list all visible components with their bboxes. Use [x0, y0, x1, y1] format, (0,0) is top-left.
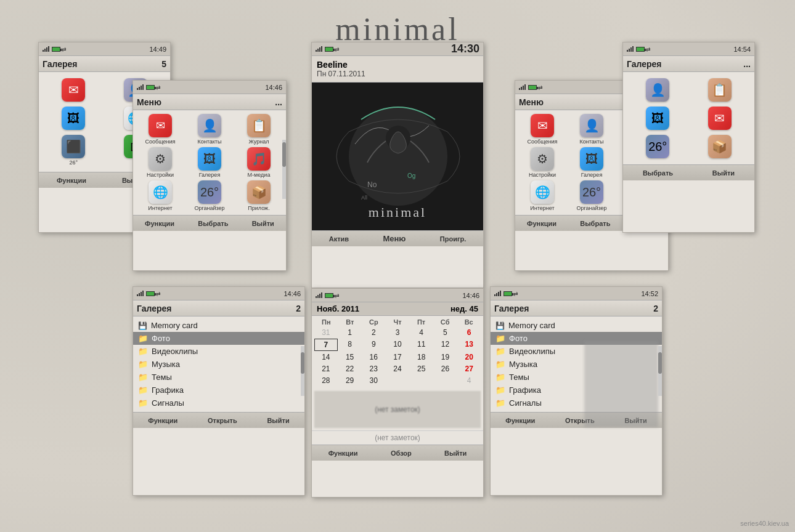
bottom-bar-tr: Выбрать Выйти	[623, 164, 754, 180]
btn-functions-bl[interactable]: Функции	[148, 417, 177, 424]
file-list-bl: 💾 Memory card 📁 Фото 📁 Видеоклипы 📁 Музы…	[133, 316, 304, 412]
cal-day-8[interactable]: 8	[338, 339, 362, 351]
btn-exit-tr[interactable]: Выйти	[712, 169, 735, 177]
cal-day-18[interactable]: 18	[410, 352, 433, 363]
bottom-bar-cm: Актив Меню Проигр.	[312, 230, 483, 246]
cal-day-22[interactable]: 22	[338, 363, 362, 374]
cal-day-11[interactable]: 11	[410, 339, 433, 351]
status-bar-bc: ⇄ 14:46	[312, 289, 483, 302]
cal-day-26[interactable]: 26	[434, 363, 457, 374]
app-contacts-tr: 📋	[691, 78, 749, 102]
btn-exit-bl[interactable]: Выйти	[267, 417, 289, 424]
cal-day-28[interactable]: 28	[314, 375, 338, 386]
svg-text:Og: Og	[407, 172, 415, 179]
cal-day-30[interactable]: 30	[362, 375, 385, 386]
app-messages-r[interactable]: ✉ Сообщения	[519, 114, 566, 145]
cal-day-20[interactable]: 20	[457, 352, 481, 363]
cal-day-10[interactable]: 10	[386, 339, 409, 351]
cal-day-29[interactable]: 29	[338, 375, 362, 386]
app-messages[interactable]: ✉ Сообщения	[137, 114, 184, 145]
cal-day-4[interactable]: 4	[410, 327, 433, 338]
time-bl: 14:46	[283, 290, 301, 297]
title-bar-tlm: Меню ...	[133, 94, 286, 110]
app-organizer[interactable]: 26° Органайзер	[186, 180, 233, 211]
app-contacts-r[interactable]: 👤 Контакты	[568, 114, 615, 145]
file-signals-bl[interactable]: 📁 Сигналы	[133, 397, 304, 409]
title-bar-br: Галерея 2	[491, 300, 662, 316]
app-media[interactable]: 🎵 М-медиа	[235, 147, 282, 178]
cal-notes: (нет заметок)	[375, 405, 420, 414]
btn-overview-bc[interactable]: Обзор	[391, 449, 412, 457]
file-video-bl[interactable]: 📁 Видеоклипы	[133, 345, 304, 358]
btn-exit-bc[interactable]: Выйти	[444, 449, 467, 457]
cal-day-16[interactable]: 16	[362, 352, 385, 363]
status-bar-br: ⇄ 14:52	[491, 287, 662, 300]
app-settings-r[interactable]: ⚙ Настройки	[519, 147, 566, 178]
cal-day-9[interactable]: 9	[362, 339, 385, 351]
app-gallery-m[interactable]: 🖼 Галерея	[186, 147, 233, 178]
btn-select-tlm[interactable]: Выбрать	[198, 220, 228, 227]
btn-functions-tlm[interactable]: Функции	[145, 220, 174, 227]
btn-functions-bc[interactable]: Функции	[328, 449, 358, 457]
menu-dots-tlm: ...	[275, 97, 282, 107]
app-settings[interactable]: ⚙ Настройки	[137, 147, 184, 178]
btn-menu-cm[interactable]: Меню	[383, 234, 406, 243]
menu-grid-tlm: ✉ Сообщения 👤 Контакты 📋 Журнал ⚙ Настро…	[133, 110, 286, 215]
svg-point-1	[349, 107, 447, 206]
cal-day-15[interactable]: 15	[338, 352, 362, 363]
file-memory-card-bl[interactable]: 💾 Memory card	[133, 319, 304, 332]
cal-day-2[interactable]: 2	[362, 327, 385, 338]
cal-day-27[interactable]: 27	[457, 363, 481, 374]
cal-day-17[interactable]: 17	[386, 352, 409, 363]
screen-top-left-menu: ⇄ 14:46 Меню ... ✉ Сообщения 👤 Контакты …	[132, 80, 287, 271]
cal-day-31[interactable]: 31	[314, 327, 338, 338]
cal-day-14[interactable]: 14	[314, 352, 338, 363]
app-gallery-r[interactable]: 🖼 Галерея	[568, 147, 615, 178]
cal-day-13[interactable]: 13	[457, 339, 481, 351]
btn-select-trm[interactable]: Выбрать	[580, 220, 610, 227]
status-bar-tl: ⇄ 14:49	[39, 42, 170, 56]
file-themes-bl[interactable]: 📁 Темы	[133, 371, 304, 384]
music-title: minimal	[312, 204, 483, 220]
btn-player-cm[interactable]: Проигр.	[440, 235, 466, 243]
cal-day-6[interactable]: 6	[457, 327, 481, 338]
svg-text:No: No	[367, 180, 377, 189]
app-apps[interactable]: 📦 Прилож.	[235, 180, 282, 211]
cal-day-21[interactable]: 21	[314, 363, 338, 374]
watermark: series40.kiev.ua	[740, 520, 789, 527]
cal-day-3[interactable]: 3	[386, 327, 409, 338]
file-music-bl[interactable]: 📁 Музыка	[133, 358, 304, 371]
cal-day-7[interactable]: 7	[314, 339, 338, 351]
file-photo-bl[interactable]: 📁 Фото	[133, 332, 304, 345]
app-chrome-tr: ✉	[691, 107, 749, 130]
file-graphics-bl[interactable]: 📁 Графика	[133, 384, 304, 397]
btn-select-tr[interactable]: Выбрать	[643, 169, 673, 177]
btn-exit-tlm[interactable]: Выйти	[252, 220, 274, 227]
cal-day-25[interactable]: 25	[410, 363, 433, 374]
app-internet-r[interactable]: 🌐 Интернет	[519, 180, 566, 211]
page-title: minimal	[0, 0, 795, 47]
btn-functions-tl[interactable]: Функции	[57, 177, 86, 184]
btn-functions-trm[interactable]: Функции	[527, 220, 556, 227]
cal-header-bc: Нояб. 2011 нед. 45	[312, 302, 483, 316]
svg-text:All: All	[361, 195, 367, 201]
cal-day-5[interactable]: 5	[434, 327, 457, 338]
folder-icon-graphics-br: 📁	[495, 385, 505, 395]
cal-day-headers: Пн Вт Ср Чт Пт Сб Вс	[314, 318, 481, 326]
cal-day-19[interactable]: 19	[434, 352, 457, 363]
app-log[interactable]: 📋 Журнал	[235, 114, 282, 145]
gallery-title-br: Галерея	[494, 304, 529, 313]
app-contacts-m[interactable]: 👤 Контакты	[186, 114, 233, 145]
cal-day-24[interactable]: 24	[386, 363, 409, 374]
app-internet[interactable]: 🌐 Интернет	[137, 180, 184, 211]
app-organizer-r[interactable]: 26° Органайзер	[568, 180, 615, 211]
btn-open-bl[interactable]: Открыть	[208, 417, 237, 424]
btn-functions-br[interactable]: Функции	[505, 417, 535, 424]
cal-day-12[interactable]: 12	[434, 339, 457, 351]
app-weather-tr: 26°	[629, 135, 687, 158]
cal-day-23[interactable]: 23	[362, 363, 385, 374]
cal-day-1[interactable]: 1	[338, 327, 362, 338]
file-memory-card-br[interactable]: 💾 Memory card	[491, 319, 662, 332]
btn-active-cm[interactable]: Актив	[329, 235, 349, 243]
cal-day-e1	[386, 375, 409, 386]
